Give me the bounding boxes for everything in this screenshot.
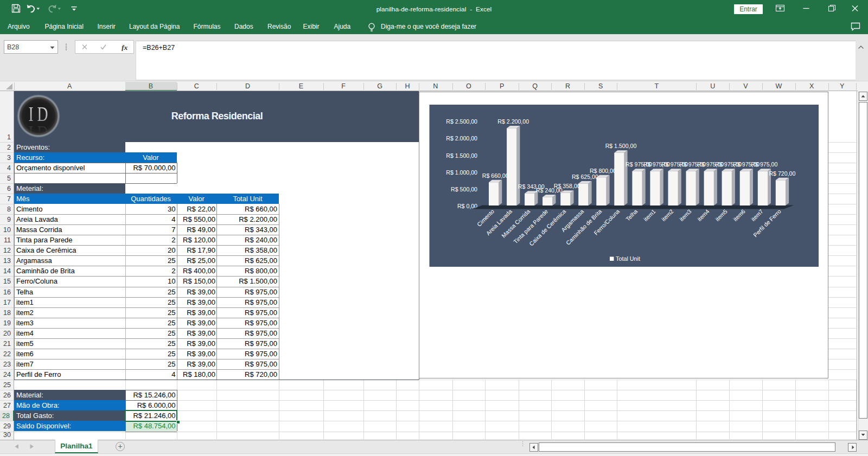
svg-text:R$ 625,00: R$ 625,00: [572, 174, 598, 180]
svg-text:fx: fx: [122, 43, 127, 51]
svg-text:R$ 660,00: R$ 660,00: [482, 172, 509, 179]
svg-text:R$ 2.500,00: R$ 2.500,00: [446, 118, 477, 125]
svg-text:Total Unit: Total Unit: [616, 255, 640, 262]
svg-text:R$ 800,00: R$ 800,00: [590, 168, 616, 174]
svg-text:R$ 1.000,00: R$ 1.000,00: [446, 169, 477, 176]
svg-text:R$ 500,00: R$ 500,00: [451, 186, 477, 192]
svg-text:R$ 2.000,00: R$ 2.000,00: [446, 135, 477, 142]
svg-text:R$ 1.500,00: R$ 1.500,00: [446, 152, 477, 159]
svg-text:R$ 975,00: R$ 975,00: [751, 161, 777, 168]
svg-text:R$ 1.500,00: R$ 1.500,00: [605, 143, 637, 149]
svg-text:R$ 2.200,00: R$ 2.200,00: [497, 118, 529, 125]
svg-text:R$ 720,00: R$ 720,00: [769, 170, 795, 177]
svg-text:R$ 358,00: R$ 358,00: [554, 183, 580, 189]
